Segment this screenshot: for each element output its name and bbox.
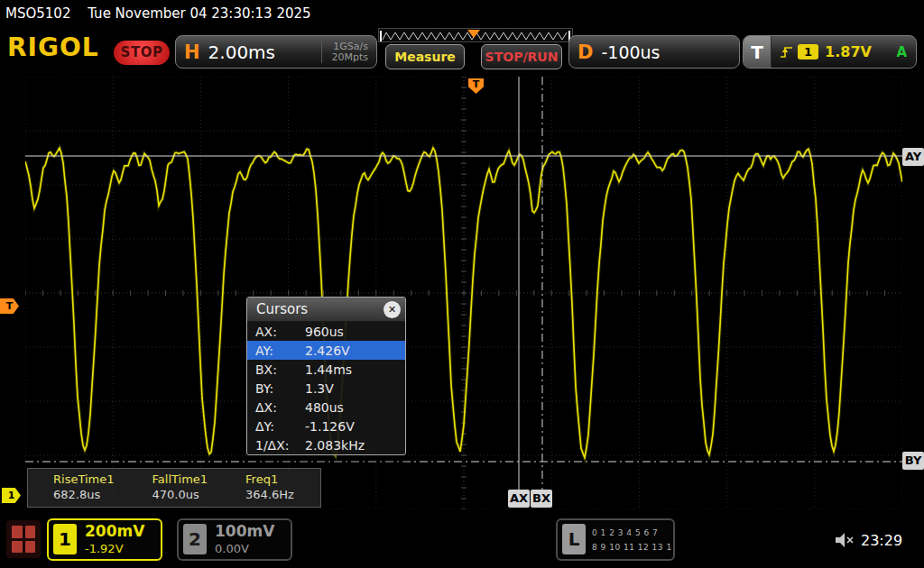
trigger-source-badge: 1 xyxy=(798,44,818,60)
cursor-row-value: 2.426V xyxy=(305,344,350,358)
logic-badge: L xyxy=(562,524,586,554)
ch1-position-marker[interactable]: 1 xyxy=(2,488,21,503)
trigger-level-value: 1.87V xyxy=(825,43,896,60)
measurement-value: 364.6Hz xyxy=(245,488,294,501)
scope-plot[interactable] xyxy=(25,77,902,509)
cursor-bx-tag[interactable]: BX xyxy=(531,490,552,508)
trigger-sweep-mode: A xyxy=(896,44,907,60)
cursor-row-label: AY: xyxy=(255,344,305,358)
cursor-row-value: 2.083kHz xyxy=(305,438,365,453)
waveform-overview-strip[interactable] xyxy=(378,28,573,42)
measurement-freq[interactable]: Freq1 364.6Hz xyxy=(245,472,294,507)
measurement-risetime[interactable]: RiseTime1 682.8us xyxy=(53,472,115,507)
cursors-dialog[interactable]: Cursors ✕ AX: 960us AY: 2.426V BX: 1.44m… xyxy=(246,297,406,455)
trigger-level-marker[interactable]: T xyxy=(0,298,19,314)
cursor-row-label: ΔY: xyxy=(255,419,305,434)
cursor-row-by[interactable]: BY: 1.3V xyxy=(247,379,405,398)
channel1-badge: 1 xyxy=(53,524,77,554)
delay-value: -100us xyxy=(601,42,660,62)
cursor-row-ax[interactable]: AX: 960us xyxy=(247,322,405,341)
cursor-row-label: AX: xyxy=(255,325,305,339)
cursor-ax-tag[interactable]: AX xyxy=(508,490,530,508)
channel1-scale: 200mV xyxy=(85,522,144,540)
trigger-key: T xyxy=(744,36,772,68)
measurement-falltime[interactable]: FallTime1 470.0us xyxy=(152,472,208,507)
cursor-row-value: 480us xyxy=(305,400,344,415)
logic-channels-button[interactable]: L 0 1 2 3 4 5 6 7 8 9 10 11 12 13 14 15 xyxy=(556,518,675,561)
cursors-dialog-title[interactable]: Cursors ✕ xyxy=(247,298,405,322)
menu-grid-button[interactable] xyxy=(6,520,41,558)
cursor-row-label: 1/ΔX: xyxy=(255,438,305,453)
delay-key: D xyxy=(578,41,593,63)
measurement-name: FallTime1 xyxy=(152,472,208,486)
waveform-display[interactable] xyxy=(25,77,902,509)
speaker-muted-icon[interactable] xyxy=(834,531,855,553)
cursor-row-dx[interactable]: ΔX: 480us xyxy=(247,398,405,417)
delay-panel[interactable]: D -100us xyxy=(568,35,740,69)
measurement-name: Freq1 xyxy=(245,472,294,486)
cursor-row-label: BX: xyxy=(255,362,305,377)
cursor-row-value: -1.126V xyxy=(305,419,355,434)
measure-button[interactable]: Measure xyxy=(385,44,465,69)
datetime: Tue November 04 23:30:13 2025 xyxy=(88,5,310,22)
measurement-results-panel: RiseTime1 682.8us FallTime1 470.0us Freq… xyxy=(27,468,321,508)
horizontal-key: H xyxy=(184,41,200,63)
channel2-badge: 2 xyxy=(183,524,207,554)
channel2-offset: 0.00V xyxy=(215,542,249,555)
measurement-name: RiseTime1 xyxy=(53,472,115,486)
cursor-row-value: 1.44ms xyxy=(305,362,352,377)
cursor-row-label: BY: xyxy=(255,381,305,396)
trigger-panel[interactable]: T 1 1.87V A xyxy=(743,35,917,69)
model-name: MSO5102 xyxy=(5,5,70,22)
cursor-ay-tag[interactable]: AY xyxy=(902,148,924,166)
logic-channel-numbers: 0 1 2 3 4 5 6 7 8 9 10 11 12 13 14 15 xyxy=(592,526,671,554)
menu-grid-icon xyxy=(12,526,23,538)
channel1-offset: -1.92V xyxy=(85,542,124,555)
status-bar: MSO5102 Tue November 04 23:30:13 2025 xyxy=(0,0,924,27)
channel1-button[interactable]: 1 200mV -1.92V xyxy=(47,518,162,561)
measurement-value: 470.0us xyxy=(152,488,208,501)
overview-trigger-marker-icon[interactable] xyxy=(467,30,480,38)
trigger-slope-icon xyxy=(779,45,794,60)
oscilloscope-screen: MSO5102 Tue November 04 23:30:13 2025 RI… xyxy=(0,0,924,568)
cursor-row-ay[interactable]: AY: 2.426V xyxy=(247,341,405,360)
stop-run-button[interactable]: STOP/RUN xyxy=(481,44,562,69)
measurement-value: 682.8us xyxy=(53,488,115,501)
rigol-logo: RIGOL xyxy=(7,32,99,62)
cursor-by-tag[interactable]: BY xyxy=(902,452,924,470)
logic-row2: 8 9 10 11 12 13 14 15 xyxy=(592,540,671,554)
close-icon[interactable]: ✕ xyxy=(383,301,401,318)
clock: 23:29 xyxy=(861,532,902,549)
channel2-button[interactable]: 2 100mV 0.00V xyxy=(177,518,292,561)
channel2-scale: 100mV xyxy=(215,522,274,540)
cursor-row-bx[interactable]: BX: 1.44ms xyxy=(247,360,405,379)
cursor-row-value: 1.3V xyxy=(305,381,334,396)
cursors-title-text: Cursors xyxy=(256,301,308,317)
memory-depth: 20Mpts xyxy=(331,51,368,63)
cursor-row-label: ΔX: xyxy=(255,400,305,415)
sample-rate-block: 1GSa/s 20Mpts xyxy=(321,41,368,63)
cursor-row-inv-dx[interactable]: 1/ΔX: 2.083kHz xyxy=(247,435,405,454)
cursor-row-value: 960us xyxy=(305,325,344,339)
timebase-value: 2.00ms xyxy=(208,41,322,63)
cursor-row-dy[interactable]: ΔY: -1.126V xyxy=(247,417,405,435)
horizontal-panel[interactable]: H 2.00ms 1GSa/s 20Mpts xyxy=(175,35,377,69)
logic-row1: 0 1 2 3 4 5 6 7 xyxy=(592,526,671,540)
acquisition-state-badge: STOP xyxy=(114,41,170,65)
